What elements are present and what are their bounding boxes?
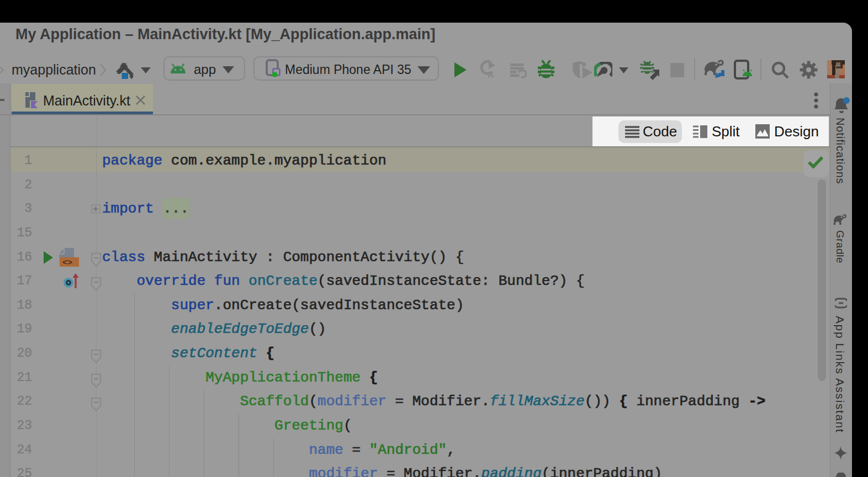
svg-text:<>: <> (62, 258, 72, 267)
svg-text:A: A (488, 70, 494, 78)
